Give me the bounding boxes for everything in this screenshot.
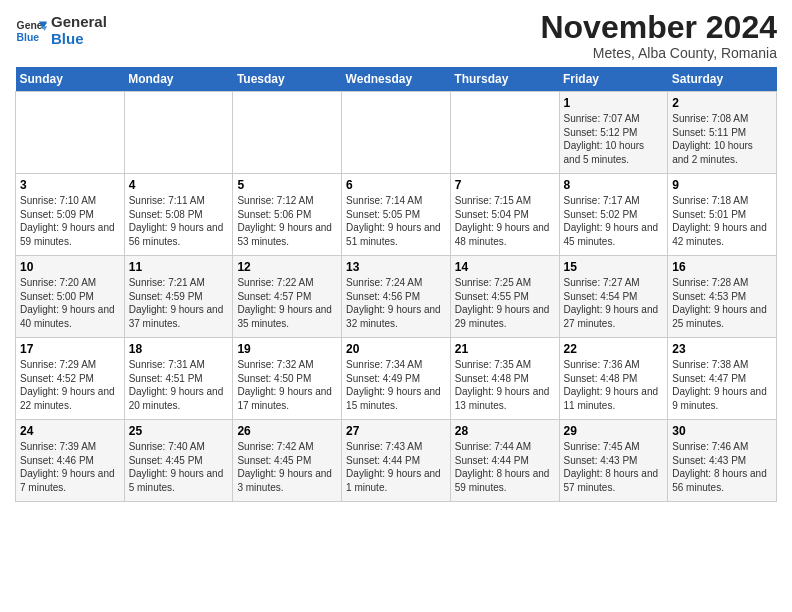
calendar-cell: 27Sunrise: 7:43 AM Sunset: 4:44 PM Dayli… xyxy=(342,420,451,502)
header: General Blue General Blue November 2024 … xyxy=(15,10,777,61)
calendar-cell: 17Sunrise: 7:29 AM Sunset: 4:52 PM Dayli… xyxy=(16,338,125,420)
day-info: Sunrise: 7:32 AM Sunset: 4:50 PM Dayligh… xyxy=(237,358,337,412)
calendar-cell xyxy=(16,92,125,174)
day-number: 6 xyxy=(346,178,446,192)
day-number: 28 xyxy=(455,424,555,438)
header-day-monday: Monday xyxy=(124,67,233,92)
day-number: 25 xyxy=(129,424,229,438)
calendar-cell: 26Sunrise: 7:42 AM Sunset: 4:45 PM Dayli… xyxy=(233,420,342,502)
day-info: Sunrise: 7:38 AM Sunset: 4:47 PM Dayligh… xyxy=(672,358,772,412)
day-number: 14 xyxy=(455,260,555,274)
day-number: 21 xyxy=(455,342,555,356)
day-info: Sunrise: 7:08 AM Sunset: 5:11 PM Dayligh… xyxy=(672,112,772,166)
calendar-cell: 24Sunrise: 7:39 AM Sunset: 4:46 PM Dayli… xyxy=(16,420,125,502)
day-info: Sunrise: 7:21 AM Sunset: 4:59 PM Dayligh… xyxy=(129,276,229,330)
logo: General Blue General Blue xyxy=(15,14,107,47)
header-row: SundayMondayTuesdayWednesdayThursdayFrid… xyxy=(16,67,777,92)
calendar-cell xyxy=(342,92,451,174)
logo-text: General Blue xyxy=(51,14,107,47)
day-number: 29 xyxy=(564,424,664,438)
calendar-cell: 11Sunrise: 7:21 AM Sunset: 4:59 PM Dayli… xyxy=(124,256,233,338)
calendar-cell: 8Sunrise: 7:17 AM Sunset: 5:02 PM Daylig… xyxy=(559,174,668,256)
svg-text:Blue: Blue xyxy=(17,31,40,42)
day-info: Sunrise: 7:11 AM Sunset: 5:08 PM Dayligh… xyxy=(129,194,229,248)
day-info: Sunrise: 7:27 AM Sunset: 4:54 PM Dayligh… xyxy=(564,276,664,330)
header-day-tuesday: Tuesday xyxy=(233,67,342,92)
calendar-cell: 13Sunrise: 7:24 AM Sunset: 4:56 PM Dayli… xyxy=(342,256,451,338)
day-number: 19 xyxy=(237,342,337,356)
day-number: 10 xyxy=(20,260,120,274)
main-container: General Blue General Blue November 2024 … xyxy=(0,0,792,507)
header-day-sunday: Sunday xyxy=(16,67,125,92)
week-row-3: 17Sunrise: 7:29 AM Sunset: 4:52 PM Dayli… xyxy=(16,338,777,420)
day-number: 15 xyxy=(564,260,664,274)
day-info: Sunrise: 7:34 AM Sunset: 4:49 PM Dayligh… xyxy=(346,358,446,412)
week-row-4: 24Sunrise: 7:39 AM Sunset: 4:46 PM Dayli… xyxy=(16,420,777,502)
day-info: Sunrise: 7:15 AM Sunset: 5:04 PM Dayligh… xyxy=(455,194,555,248)
day-number: 3 xyxy=(20,178,120,192)
header-day-friday: Friday xyxy=(559,67,668,92)
calendar-cell: 14Sunrise: 7:25 AM Sunset: 4:55 PM Dayli… xyxy=(450,256,559,338)
day-number: 23 xyxy=(672,342,772,356)
calendar-cell: 30Sunrise: 7:46 AM Sunset: 4:43 PM Dayli… xyxy=(668,420,777,502)
day-info: Sunrise: 7:44 AM Sunset: 4:44 PM Dayligh… xyxy=(455,440,555,494)
day-number: 20 xyxy=(346,342,446,356)
calendar-cell: 21Sunrise: 7:35 AM Sunset: 4:48 PM Dayli… xyxy=(450,338,559,420)
day-info: Sunrise: 7:17 AM Sunset: 5:02 PM Dayligh… xyxy=(564,194,664,248)
day-number: 1 xyxy=(564,96,664,110)
subtitle: Metes, Alba County, Romania xyxy=(540,45,777,61)
calendar-cell: 6Sunrise: 7:14 AM Sunset: 5:05 PM Daylig… xyxy=(342,174,451,256)
day-number: 26 xyxy=(237,424,337,438)
day-number: 18 xyxy=(129,342,229,356)
day-info: Sunrise: 7:35 AM Sunset: 4:48 PM Dayligh… xyxy=(455,358,555,412)
main-title: November 2024 xyxy=(540,10,777,45)
week-row-0: 1Sunrise: 7:07 AM Sunset: 5:12 PM Daylig… xyxy=(16,92,777,174)
day-number: 13 xyxy=(346,260,446,274)
calendar-cell: 7Sunrise: 7:15 AM Sunset: 5:04 PM Daylig… xyxy=(450,174,559,256)
week-row-2: 10Sunrise: 7:20 AM Sunset: 5:00 PM Dayli… xyxy=(16,256,777,338)
day-info: Sunrise: 7:18 AM Sunset: 5:01 PM Dayligh… xyxy=(672,194,772,248)
calendar-cell: 10Sunrise: 7:20 AM Sunset: 5:00 PM Dayli… xyxy=(16,256,125,338)
day-number: 17 xyxy=(20,342,120,356)
day-info: Sunrise: 7:12 AM Sunset: 5:06 PM Dayligh… xyxy=(237,194,337,248)
day-info: Sunrise: 7:07 AM Sunset: 5:12 PM Dayligh… xyxy=(564,112,664,166)
day-info: Sunrise: 7:20 AM Sunset: 5:00 PM Dayligh… xyxy=(20,276,120,330)
day-info: Sunrise: 7:39 AM Sunset: 4:46 PM Dayligh… xyxy=(20,440,120,494)
calendar-cell: 3Sunrise: 7:10 AM Sunset: 5:09 PM Daylig… xyxy=(16,174,125,256)
day-info: Sunrise: 7:28 AM Sunset: 4:53 PM Dayligh… xyxy=(672,276,772,330)
calendar-cell: 4Sunrise: 7:11 AM Sunset: 5:08 PM Daylig… xyxy=(124,174,233,256)
day-info: Sunrise: 7:14 AM Sunset: 5:05 PM Dayligh… xyxy=(346,194,446,248)
calendar-table: SundayMondayTuesdayWednesdayThursdayFrid… xyxy=(15,67,777,502)
calendar-header: SundayMondayTuesdayWednesdayThursdayFrid… xyxy=(16,67,777,92)
day-info: Sunrise: 7:42 AM Sunset: 4:45 PM Dayligh… xyxy=(237,440,337,494)
day-number: 16 xyxy=(672,260,772,274)
calendar-cell: 28Sunrise: 7:44 AM Sunset: 4:44 PM Dayli… xyxy=(450,420,559,502)
calendar-cell: 18Sunrise: 7:31 AM Sunset: 4:51 PM Dayli… xyxy=(124,338,233,420)
day-number: 8 xyxy=(564,178,664,192)
day-info: Sunrise: 7:45 AM Sunset: 4:43 PM Dayligh… xyxy=(564,440,664,494)
calendar-cell: 16Sunrise: 7:28 AM Sunset: 4:53 PM Dayli… xyxy=(668,256,777,338)
day-number: 27 xyxy=(346,424,446,438)
day-number: 2 xyxy=(672,96,772,110)
week-row-1: 3Sunrise: 7:10 AM Sunset: 5:09 PM Daylig… xyxy=(16,174,777,256)
day-number: 22 xyxy=(564,342,664,356)
day-info: Sunrise: 7:24 AM Sunset: 4:56 PM Dayligh… xyxy=(346,276,446,330)
calendar-cell: 25Sunrise: 7:40 AM Sunset: 4:45 PM Dayli… xyxy=(124,420,233,502)
calendar-body: 1Sunrise: 7:07 AM Sunset: 5:12 PM Daylig… xyxy=(16,92,777,502)
calendar-cell xyxy=(450,92,559,174)
calendar-cell: 29Sunrise: 7:45 AM Sunset: 4:43 PM Dayli… xyxy=(559,420,668,502)
day-info: Sunrise: 7:10 AM Sunset: 5:09 PM Dayligh… xyxy=(20,194,120,248)
day-info: Sunrise: 7:40 AM Sunset: 4:45 PM Dayligh… xyxy=(129,440,229,494)
header-day-thursday: Thursday xyxy=(450,67,559,92)
calendar-cell: 22Sunrise: 7:36 AM Sunset: 4:48 PM Dayli… xyxy=(559,338,668,420)
logo-icon: General Blue xyxy=(15,15,47,47)
calendar-cell: 9Sunrise: 7:18 AM Sunset: 5:01 PM Daylig… xyxy=(668,174,777,256)
day-number: 9 xyxy=(672,178,772,192)
calendar-cell: 20Sunrise: 7:34 AM Sunset: 4:49 PM Dayli… xyxy=(342,338,451,420)
day-info: Sunrise: 7:22 AM Sunset: 4:57 PM Dayligh… xyxy=(237,276,337,330)
day-info: Sunrise: 7:46 AM Sunset: 4:43 PM Dayligh… xyxy=(672,440,772,494)
day-number: 24 xyxy=(20,424,120,438)
calendar-cell: 12Sunrise: 7:22 AM Sunset: 4:57 PM Dayli… xyxy=(233,256,342,338)
day-number: 30 xyxy=(672,424,772,438)
day-info: Sunrise: 7:29 AM Sunset: 4:52 PM Dayligh… xyxy=(20,358,120,412)
